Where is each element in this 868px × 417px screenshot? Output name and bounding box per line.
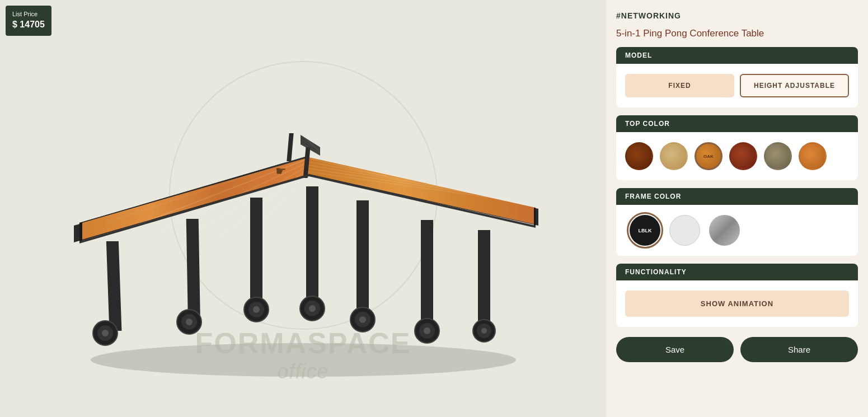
frame-color-section: FRAME COLOR LBLK	[616, 188, 858, 256]
show-animation-button[interactable]: SHOW ANIMATION	[625, 291, 849, 317]
top-color-swatch-driftwood[interactable]	[764, 142, 792, 170]
product-name: 5-in-1 Ping Pong Conference Table	[616, 28, 858, 39]
configurator-panel: #NETWORKING 5-in-1 Ping Pong Conference …	[606, 0, 868, 417]
top-color-swatch-maple[interactable]	[660, 142, 688, 170]
svg-point-44	[253, 306, 260, 313]
top-color-section: TOP COLOR OAK	[616, 115, 858, 180]
action-buttons: Save Share	[616, 337, 858, 362]
svg-marker-30	[534, 208, 536, 226]
top-color-swatch-cherry[interactable]	[729, 142, 757, 170]
frame-color-swatch-lblk[interactable]: LBLK	[630, 215, 660, 246]
svg-point-0	[91, 343, 516, 377]
frame-color-swatch-silver[interactable]	[709, 215, 740, 246]
svg-marker-12	[309, 157, 536, 224]
svg-rect-45	[306, 186, 318, 307]
svg-point-56	[424, 327, 430, 334]
model-section: MODEL FIXED HEIGHT ADJUSTABLE	[616, 47, 858, 107]
functionality-header: FUNCTIONALITY	[616, 264, 858, 280]
svg-point-52	[359, 316, 366, 323]
frame-color-swatches: LBLK	[621, 210, 853, 250]
svg-point-60	[481, 328, 487, 334]
model-buttons: FIXED HEIGHT ADJUSTABLE	[625, 74, 849, 97]
height-adjustable-model-button[interactable]: HEIGHT ADJUSTABLE	[740, 74, 849, 97]
fixed-model-button[interactable]: FIXED	[625, 74, 734, 97]
svg-point-48	[309, 305, 316, 312]
frame-color-header: FRAME COLOR	[616, 188, 858, 205]
svg-rect-53	[421, 220, 433, 329]
price-value: $ 14705	[12, 18, 45, 31]
top-color-swatch-alder[interactable]	[799, 142, 827, 170]
top-color-header: TOP COLOR	[616, 115, 858, 132]
svg-point-40	[186, 318, 193, 325]
table-illustration: ☛	[0, 0, 606, 417]
model-header: MODEL	[616, 47, 858, 64]
svg-rect-37	[186, 219, 200, 320]
product-tag: #NETWORKING	[616, 11, 858, 20]
svg-marker-29	[79, 223, 82, 241]
top-color-swatches: OAK	[625, 142, 849, 170]
price-badge: List Price $ 14705	[6, 6, 51, 36]
frame-color-swatch-white[interactable]	[669, 215, 700, 246]
top-color-swatch-walnut[interactable]	[625, 142, 653, 170]
svg-rect-33	[106, 241, 121, 331]
svg-text:☛: ☛	[275, 164, 287, 178]
svg-point-36	[102, 330, 109, 336]
svg-rect-41	[250, 198, 262, 307]
svg-rect-18	[287, 133, 293, 161]
share-button[interactable]: Share	[740, 337, 858, 362]
functionality-section: FUNCTIONALITY SHOW ANIMATION	[616, 264, 858, 327]
price-label: List Price	[12, 10, 45, 18]
save-button[interactable]: Save	[616, 337, 734, 362]
top-color-swatch-oak[interactable]: OAK	[695, 142, 722, 170]
product-viewer: List Price $ 14705	[0, 0, 606, 417]
svg-rect-49	[356, 200, 369, 318]
svg-rect-57	[478, 230, 490, 330]
svg-marker-20	[301, 135, 320, 156]
